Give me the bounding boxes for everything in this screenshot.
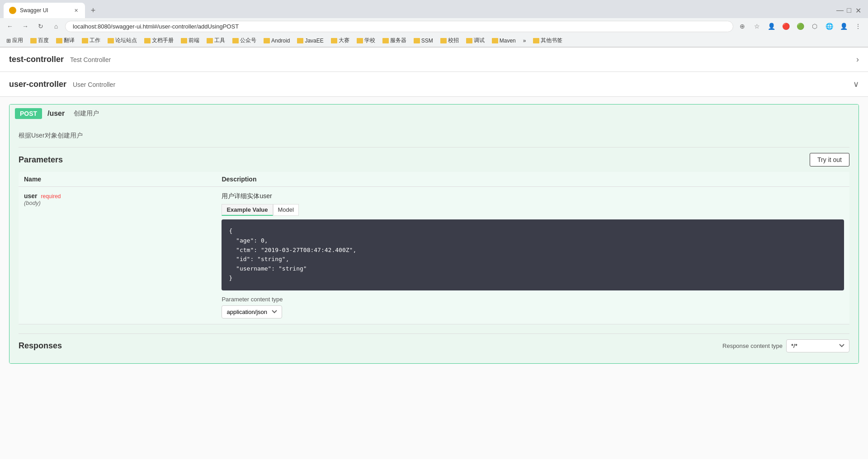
parameters-section: Parameters Try it out Name Description xyxy=(19,147,849,352)
bookmarks-bar: ⊞ 应用 百度 翻译 工作 论坛站点 文档手册 前端 工具 xyxy=(0,34,868,47)
test-controller-header[interactable]: test-controller Test Controller › xyxy=(0,48,868,72)
minimize-button[interactable]: — xyxy=(837,8,843,13)
bookmark-work[interactable]: 工作 xyxy=(79,36,103,45)
param-required-badge: required xyxy=(41,193,61,200)
folder-icon xyxy=(331,38,337,43)
bookmark-school[interactable]: 学校 xyxy=(354,36,378,45)
example-value-tab[interactable]: Example Value xyxy=(222,204,273,216)
folder-icon xyxy=(144,38,151,43)
response-content-type-select[interactable]: */* xyxy=(786,339,849,352)
responses-section: Responses Response content type */* xyxy=(19,333,849,352)
home-button[interactable]: ⌂ xyxy=(50,20,62,33)
bookmark-other[interactable]: 其他书签 xyxy=(530,36,565,45)
extension-icon[interactable]: ⬡ xyxy=(808,20,821,33)
bookmark-forum[interactable]: 论坛站点 xyxy=(105,36,140,45)
user-controller-header[interactable]: user-controller User Controller ∨ xyxy=(0,72,868,97)
folder-icon xyxy=(414,38,420,43)
bookmark-android[interactable]: Android xyxy=(261,37,292,45)
bookmark-campus[interactable]: 校招 xyxy=(438,36,462,45)
code-example-block: { "age": 0, "ctm": "2019-03-27T08:47:42.… xyxy=(222,219,844,290)
tab-close-button[interactable]: ✕ xyxy=(72,7,80,14)
close-button[interactable]: ✕ xyxy=(855,8,861,13)
bookmark-maven[interactable]: Maven xyxy=(489,37,519,45)
folder-icon xyxy=(207,38,213,43)
folder-icon xyxy=(466,38,472,43)
response-content-type-label: Response content type xyxy=(722,342,783,349)
param-name: user xyxy=(24,192,38,200)
folder-icon xyxy=(297,38,303,43)
tab-favicon xyxy=(9,7,16,14)
back-button[interactable]: ← xyxy=(4,20,16,33)
refresh-button[interactable]: ↻ xyxy=(34,20,47,33)
tab-title: Swagger UI xyxy=(20,7,69,14)
param-location: (body) xyxy=(24,200,211,206)
bookmark-frontend[interactable]: 前端 xyxy=(178,36,202,45)
folder-icon xyxy=(440,38,447,43)
model-tab[interactable]: Model xyxy=(273,204,299,216)
param-name-area: user required xyxy=(24,192,211,200)
folder-icon xyxy=(108,38,114,43)
content-type-label: Parameter content type xyxy=(222,296,844,303)
parameters-table: Name Description user required (body) xyxy=(19,172,849,324)
try-it-out-button[interactable]: Try it out xyxy=(810,153,849,166)
name-column-header: Name xyxy=(19,172,216,187)
endpoint-description: 创建用户 xyxy=(74,109,99,118)
bookmark-debug[interactable]: 调试 xyxy=(463,36,487,45)
endpoint-path: /user xyxy=(47,109,65,118)
bookmark-docs[interactable]: 文档手册 xyxy=(142,36,176,45)
address-bar[interactable]: localhost:8080/swagger-ui.html#/user-con… xyxy=(65,21,733,32)
user-controller-title-area: user-controller User Controller xyxy=(9,80,115,89)
user-controller-name: user-controller xyxy=(9,80,66,89)
bookmark-more[interactable]: » xyxy=(520,37,529,45)
folder-icon xyxy=(56,38,62,43)
translate-icon[interactable]: ⊕ xyxy=(736,20,749,33)
test-controller-name: test-controller xyxy=(9,55,64,64)
bookmark-server[interactable]: 服务器 xyxy=(380,36,409,45)
active-tab[interactable]: Swagger UI ✕ xyxy=(4,3,85,18)
bookmark-apps[interactable]: ⊞ 应用 xyxy=(4,36,26,45)
description-column-header: Description xyxy=(216,172,849,187)
bookmark-icon[interactable]: ☆ xyxy=(750,20,763,33)
profile-icon1[interactable]: 👤 xyxy=(765,20,778,33)
folder-icon xyxy=(82,38,88,43)
responses-title: Responses xyxy=(19,341,62,351)
test-controller-chevron: › xyxy=(856,55,859,64)
folder-icon xyxy=(533,38,539,43)
folder-icon xyxy=(30,38,37,43)
bookmark-ssm[interactable]: SSM xyxy=(411,37,436,45)
responses-header: Responses Response content type */* xyxy=(19,339,849,352)
browser-chrome: Swagger UI ✕ + — □ ✕ ← → ↻ ⌂ localhost:8… xyxy=(0,0,868,48)
profile-icon3[interactable]: 🟢 xyxy=(794,20,807,33)
bookmark-tools[interactable]: 工具 xyxy=(204,36,228,45)
bookmark-competition[interactable]: 大赛 xyxy=(328,36,352,45)
code-example-pre: { "age": 0, "ctm": "2019-03-27T08:47:42.… xyxy=(229,227,837,283)
post-user-endpoint-panel: POST /user 创建用户 根据User对象创建用户 Parameters … xyxy=(9,104,859,364)
param-description-text: 用户详细实体user xyxy=(222,192,844,200)
content-type-section: Parameter content type application/json xyxy=(222,296,844,319)
folder-icon xyxy=(181,38,187,43)
folder-icon xyxy=(264,38,270,43)
bookmark-wechat[interactable]: 公众号 xyxy=(230,36,259,45)
user-controller-chevron: ∨ xyxy=(853,79,859,89)
forward-button[interactable]: → xyxy=(19,20,32,33)
profile-icon2[interactable]: 🔴 xyxy=(779,20,792,33)
param-name-cell: user required (body) xyxy=(19,187,216,324)
folder-icon xyxy=(232,38,239,43)
new-tab-button[interactable]: + xyxy=(87,4,99,17)
user-avatar[interactable]: 👤 xyxy=(837,20,850,33)
table-row: user required (body) 用户详细实体user Example … xyxy=(19,187,849,324)
endpoint-body: 根据User对象创建用户 Parameters Try it out Name … xyxy=(9,123,859,363)
menu-icon[interactable]: ⋮ xyxy=(852,20,864,33)
tab-bar: Swagger UI ✕ + — □ ✕ xyxy=(0,0,868,18)
endpoint-header[interactable]: POST /user 创建用户 xyxy=(9,105,859,123)
bookmark-baidu[interactable]: 百度 xyxy=(28,36,52,45)
user-controller-subtitle: User Controller xyxy=(73,81,115,88)
bookmark-javaee[interactable]: JavaEE xyxy=(294,37,326,45)
maximize-button[interactable]: □ xyxy=(846,8,852,13)
parameters-header: Parameters Try it out xyxy=(19,153,849,166)
content-type-select[interactable]: application/json xyxy=(222,305,282,319)
extension-icon2[interactable]: 🌐 xyxy=(823,20,835,33)
param-desc-cell: 用户详细实体user Example Value Model { "age": … xyxy=(216,187,849,324)
bookmark-translate[interactable]: 翻译 xyxy=(53,36,77,45)
folder-icon xyxy=(492,38,498,43)
